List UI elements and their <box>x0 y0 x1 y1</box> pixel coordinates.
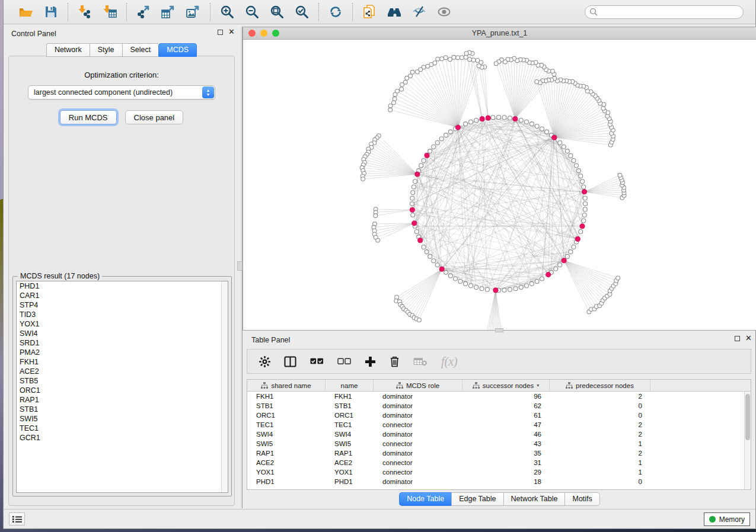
network-canvas[interactable] <box>243 40 756 330</box>
close-table-panel-icon[interactable]: ✕ <box>745 335 752 341</box>
table-row-TEC1[interactable]: TEC1TEC1connector472 <box>247 420 751 430</box>
tab-edge-table[interactable]: Edge Table <box>451 492 503 506</box>
mcds-result-item[interactable]: FKH1 <box>17 357 228 367</box>
deselect-all-icon[interactable] <box>337 358 351 365</box>
delete-table-icon <box>413 357 428 366</box>
cell-successors: 29 <box>462 469 550 476</box>
mcds-result-item[interactable]: PHD1 <box>17 281 228 291</box>
function-icon: f(x) <box>441 355 458 368</box>
cell-name: TEC1 <box>326 421 374 428</box>
cell-mcds_role: connector <box>374 421 462 428</box>
save-icon[interactable] <box>43 4 59 20</box>
run-mcds-button[interactable]: Run MCDS <box>60 110 117 124</box>
mcds-result-item[interactable]: SWI5 <box>17 414 228 424</box>
cell-mcds_role: dominator <box>374 412 462 419</box>
close-panel-icon[interactable]: ✕ <box>228 29 235 35</box>
table-row-ACE2[interactable]: ACE2ACE2connector311 <box>247 458 751 467</box>
mcds-list-scrollbar[interactable] <box>221 281 228 492</box>
add-icon[interactable] <box>365 356 376 367</box>
mcds-result-item[interactable]: TID3 <box>17 310 228 319</box>
column-header-shared-name[interactable]: shared name <box>247 380 326 391</box>
table-row-RAP1[interactable]: RAP1RAP1dominator352 <box>247 448 751 458</box>
tab-select[interactable]: Select <box>122 43 159 57</box>
columns-icon[interactable] <box>284 356 296 367</box>
column-header-successor-nodes[interactable]: successor nodes▾ <box>462 380 550 391</box>
control-panel-titlebar: Control Panel ✕ <box>4 27 240 41</box>
mcds-result-list[interactable]: PHD1CAR1STP4TID3YOX1SWI4SRD1PMA2FKH1ACE2… <box>16 281 228 493</box>
app-window: Control Panel ✕ NetworkStyleSelectMCDS O… <box>3 0 756 529</box>
criterion-dropdown-value: largest connected component (undirected) <box>34 88 173 97</box>
table-row-PHD1[interactable]: PHD1PHD1dominator180 <box>247 477 751 486</box>
status-bar: Memory <box>4 509 755 528</box>
window-close-light[interactable] <box>248 30 256 37</box>
mcds-result-item[interactable]: STP4 <box>17 300 228 310</box>
clone-network-icon[interactable] <box>361 4 378 20</box>
table-scrollbar[interactable] <box>744 392 751 489</box>
zoom-fit-icon[interactable] <box>269 4 285 20</box>
table-row-SWI4[interactable]: SWI4SWI4dominator462 <box>247 430 751 439</box>
mcds-result-item[interactable]: SRD1 <box>17 338 228 348</box>
table-row-FKH1[interactable]: FKH1FKH1dominator962 <box>247 392 751 401</box>
network-view-window: YPA_prune.txt_1 <box>243 27 756 331</box>
trash-icon[interactable] <box>390 355 400 367</box>
import-network-icon[interactable] <box>76 4 93 20</box>
tab-motifs[interactable]: Motifs <box>564 492 599 506</box>
table-row-ORC1[interactable]: ORC1ORC1dominator610 <box>247 411 751 420</box>
tab-style[interactable]: Style <box>90 43 122 57</box>
mcds-result-item[interactable]: SWI4 <box>17 329 228 338</box>
column-header-MCDS-role[interactable]: MCDS role <box>374 380 462 391</box>
zoom-in-icon[interactable] <box>219 4 235 20</box>
vertical-splitter-handle[interactable] <box>237 261 243 271</box>
zoom-out-icon[interactable] <box>244 4 260 20</box>
export-network-icon[interactable] <box>135 4 152 20</box>
mcds-result-item[interactable]: STB1 <box>17 405 228 414</box>
refresh-icon[interactable] <box>327 4 344 20</box>
table-row-STB1[interactable]: STB1STB1dominator620 <box>247 401 751 411</box>
import-table-icon[interactable] <box>101 4 118 20</box>
window-zoom-light[interactable] <box>272 30 279 37</box>
table-row-YOX1[interactable]: YOX1YOX1connector291 <box>247 467 751 477</box>
tab-network[interactable]: Network <box>46 43 90 57</box>
column-header-name[interactable]: name <box>326 380 374 391</box>
mcds-tab-content: Optimization criterion: largest connecte… <box>8 56 235 506</box>
window-minimize-light[interactable] <box>260 30 267 37</box>
mcds-result-item[interactable]: ACE2 <box>17 367 228 376</box>
hide-selected-icon[interactable] <box>411 4 428 20</box>
memory-button[interactable]: Memory <box>704 512 750 526</box>
task-history-button[interactable] <box>9 512 25 525</box>
export-image-icon[interactable] <box>185 4 202 20</box>
tab-network-table[interactable]: Network Table <box>503 492 565 506</box>
open-folder-icon[interactable] <box>18 4 34 20</box>
select-all-icon[interactable] <box>310 358 324 365</box>
close-panel-button[interactable]: Close panel <box>125 110 184 124</box>
export-table-icon[interactable] <box>160 4 177 20</box>
cell-predecessors: 0 <box>550 412 650 419</box>
cell-successors: 47 <box>462 421 550 428</box>
mcds-result-item[interactable]: CAR1 <box>17 291 228 300</box>
zoom-selected-icon[interactable] <box>294 4 310 20</box>
show-all-icon[interactable] <box>436 4 452 20</box>
mcds-result-item[interactable]: ORC1 <box>17 386 228 395</box>
table-scrollbar-thumb[interactable] <box>745 394 750 440</box>
mcds-result-item[interactable]: GCR1 <box>17 433 228 443</box>
tab-node-table[interactable]: Node Table <box>399 492 451 506</box>
node-table: shared namenameMCDS rolesuccessor nodes▾… <box>247 379 751 490</box>
column-header-predecessor-nodes[interactable]: predecessor nodes <box>550 380 650 391</box>
table-row-SWI5[interactable]: SWI5SWI5connector431 <box>247 439 751 448</box>
mcds-result-item[interactable]: RAP1 <box>17 395 228 405</box>
mcds-result-item[interactable]: PMA2 <box>17 348 228 357</box>
cell-predecessors: 2 <box>550 450 650 457</box>
tab-mcds[interactable]: MCDS <box>158 43 197 57</box>
horizontal-splitter-handle[interactable] <box>495 328 503 332</box>
float-table-panel-icon[interactable] <box>735 336 740 341</box>
mcds-result-item[interactable]: STB5 <box>17 376 228 386</box>
float-panel-icon[interactable] <box>218 30 223 35</box>
toolbar-search-input[interactable] <box>585 5 744 19</box>
binoculars-icon[interactable] <box>386 4 403 20</box>
mcds-result-item[interactable]: TEC1 <box>17 424 228 433</box>
cell-shared_name: STB1 <box>247 402 326 409</box>
criterion-dropdown[interactable]: largest connected component (undirected)… <box>28 85 215 100</box>
mcds-result-item[interactable]: YOX1 <box>17 319 228 329</box>
gear-icon[interactable] <box>259 356 270 367</box>
memory-label: Memory <box>719 515 745 524</box>
